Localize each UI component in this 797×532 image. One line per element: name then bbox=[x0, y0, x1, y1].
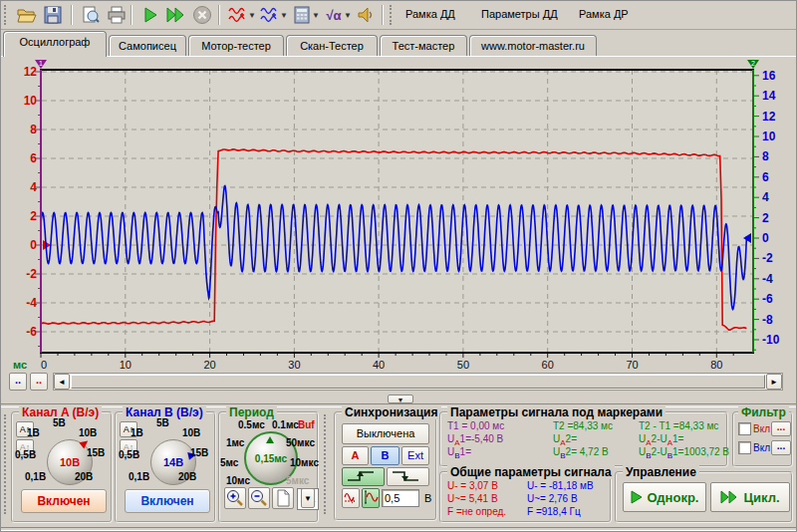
stop-icon[interactable] bbox=[190, 3, 214, 27]
svg-text:30: 30 bbox=[288, 359, 300, 371]
print-icon[interactable] bbox=[105, 3, 129, 27]
svg-text:14: 14 bbox=[762, 89, 776, 103]
sync-title: Синхронизация bbox=[342, 405, 441, 419]
svg-text:-2: -2 bbox=[26, 267, 37, 281]
common-param-line: U- = 3,07 В bbox=[447, 480, 498, 491]
menu-ramka-dd[interactable]: Рамка ДД bbox=[405, 8, 455, 20]
knob-scale-label: 0,1В bbox=[129, 471, 149, 482]
sound-icon[interactable] bbox=[354, 3, 378, 27]
filter-b-label: Вкл bbox=[753, 442, 770, 453]
toolbar-grip[interactable] bbox=[4, 5, 10, 25]
chevron-down-icon[interactable]: ▼ bbox=[280, 11, 288, 20]
toolbar-grip[interactable] bbox=[390, 5, 396, 25]
chevron-down-icon[interactable]: ▼ bbox=[344, 11, 352, 20]
scroll-right-button[interactable]: ► bbox=[766, 374, 782, 390]
calculator-icon[interactable] bbox=[290, 3, 314, 27]
start-cycle-icon[interactable] bbox=[164, 3, 188, 27]
period-title: Период bbox=[226, 405, 277, 419]
scrollbar-thumb[interactable] bbox=[71, 375, 765, 389]
knob-scale-label: 1В bbox=[131, 427, 143, 438]
sync-level-unit: В bbox=[424, 492, 431, 504]
knob-scale-label: 10мкс bbox=[290, 457, 319, 468]
chevron-down-icon[interactable]: ▼ bbox=[312, 11, 320, 20]
knob-scale-label: 10мс bbox=[226, 475, 250, 486]
tab-motor-tester[interactable]: Мотор-тестер bbox=[188, 35, 284, 56]
filter-b-settings-button[interactable]: ... bbox=[771, 440, 791, 455]
filter-a-checkbox[interactable] bbox=[738, 422, 751, 435]
svg-text:10: 10 bbox=[120, 359, 132, 371]
signal-blue-icon[interactable] bbox=[258, 3, 282, 27]
horizontal-scrollbar[interactable]: ◄ ► bbox=[53, 373, 783, 391]
filter-a-settings-button[interactable]: ... bbox=[771, 421, 791, 436]
menu-ramka-dr[interactable]: Рамка ДР bbox=[579, 8, 629, 20]
oscillogram: 121086420-2-4-61614121086420-2-4-6-8-100… bbox=[1, 57, 797, 403]
control-title: Управление bbox=[623, 465, 699, 479]
common-param-line: U~= 5,41 В bbox=[447, 493, 498, 504]
svg-text:12: 12 bbox=[762, 110, 776, 124]
menu-parametry-dd[interactable]: Параметры ДД bbox=[481, 8, 558, 20]
rising-edge-icon bbox=[344, 468, 384, 484]
save-icon[interactable] bbox=[41, 3, 65, 27]
new-page-button[interactable] bbox=[272, 487, 294, 509]
knob-scale-label: 20В bbox=[75, 471, 93, 482]
start-icon[interactable] bbox=[138, 3, 162, 27]
sync-source-ext-button[interactable]: Ext bbox=[401, 446, 429, 465]
zoom-out-button[interactable] bbox=[248, 487, 270, 509]
signal-red-icon[interactable] bbox=[226, 3, 250, 27]
page-icon bbox=[273, 488, 293, 508]
tab-test-master[interactable]: Тест-мастер bbox=[380, 35, 467, 56]
knob-scale-label: 0,1В bbox=[25, 471, 46, 482]
tab-samopisec[interactable]: Самописец bbox=[109, 35, 186, 56]
signal-red-icon bbox=[228, 6, 248, 24]
marker-param-cell: UB2= 4,72 В bbox=[553, 446, 609, 460]
separator bbox=[1, 527, 797, 531]
open-folder-icon[interactable] bbox=[15, 3, 39, 27]
sync-mode-level-button[interactable] bbox=[362, 488, 380, 508]
scroll-left-button[interactable]: ◄ bbox=[54, 374, 70, 390]
print-preview-icon[interactable] bbox=[79, 3, 103, 27]
marker-param-cell: T2 =84,33 мс bbox=[553, 420, 613, 431]
panel-grip[interactable] bbox=[4, 414, 10, 514]
control-group: Управление Однокр. Цикл. bbox=[615, 471, 793, 523]
cycle-run-button[interactable]: Цикл. bbox=[710, 482, 790, 512]
save-icon bbox=[44, 6, 62, 24]
sync-level-input[interactable] bbox=[382, 489, 419, 507]
tab-motor-master-site[interactable]: www.motor-master.ru bbox=[469, 35, 597, 56]
chevron-down-icon[interactable]: ▼ bbox=[248, 11, 256, 20]
svg-text:2: 2 bbox=[30, 209, 37, 223]
filter-group: Фильтр Вкл ... Вкл ... bbox=[732, 411, 793, 467]
panel-grip[interactable] bbox=[324, 414, 330, 514]
sync-edge-falling-button[interactable] bbox=[387, 467, 429, 486]
sync-source-a-button[interactable]: A bbox=[342, 446, 369, 465]
common-params-title: Общие параметры сигнала bbox=[447, 465, 615, 479]
svg-text:-4: -4 bbox=[762, 272, 773, 286]
svg-text:10: 10 bbox=[762, 130, 776, 143]
collapse-panel-button[interactable]: ▼ bbox=[388, 395, 413, 403]
marker-param-cell: UA2= bbox=[553, 433, 577, 447]
toolbar: ▼ ▼ ▼ √α ▼ bbox=[1, 1, 797, 30]
oscilloscope-app: ▼ ▼ ▼ √α ▼ bbox=[0, 0, 797, 532]
svg-text:-6: -6 bbox=[26, 325, 37, 339]
channel-b-power-button[interactable]: Включен bbox=[125, 489, 210, 513]
svg-text:8: 8 bbox=[30, 123, 37, 136]
tab-scan-tester[interactable]: Скан-Тестер bbox=[286, 35, 378, 56]
sync-mode-auto-button[interactable] bbox=[342, 488, 360, 508]
tab-oscillograph[interactable]: Осциллограф bbox=[3, 31, 107, 57]
single-run-button[interactable]: Однокр. bbox=[623, 482, 706, 512]
svg-text:0: 0 bbox=[41, 359, 47, 371]
sync-state-button[interactable]: Выключена bbox=[342, 423, 429, 444]
filter-b-checkbox[interactable] bbox=[738, 441, 751, 454]
svg-text:20: 20 bbox=[203, 359, 215, 371]
scale-ratio-dropdown[interactable]: ▼ bbox=[301, 488, 315, 508]
calculator-icon bbox=[294, 6, 310, 24]
zoom-in-button[interactable] bbox=[224, 487, 246, 509]
channel-a-power-button[interactable]: Включен bbox=[21, 489, 107, 513]
period-group: Период 0,15мс 10мс5мс1мс0.5мс0.1мс50мкс1… bbox=[218, 411, 319, 523]
common-params-group: Общие параметры сигнала U- = 3,07 ВU~= 5… bbox=[439, 471, 612, 523]
marker-blue-button[interactable]: .. bbox=[9, 373, 27, 391]
sync-edge-rising-button[interactable] bbox=[342, 467, 385, 486]
knob-scale-label: 10В bbox=[182, 427, 200, 438]
math-sqrt-alpha-icon[interactable]: √α bbox=[322, 3, 346, 27]
sync-source-b-button[interactable]: B bbox=[371, 446, 399, 465]
marker-red-button[interactable]: .. bbox=[30, 373, 48, 391]
